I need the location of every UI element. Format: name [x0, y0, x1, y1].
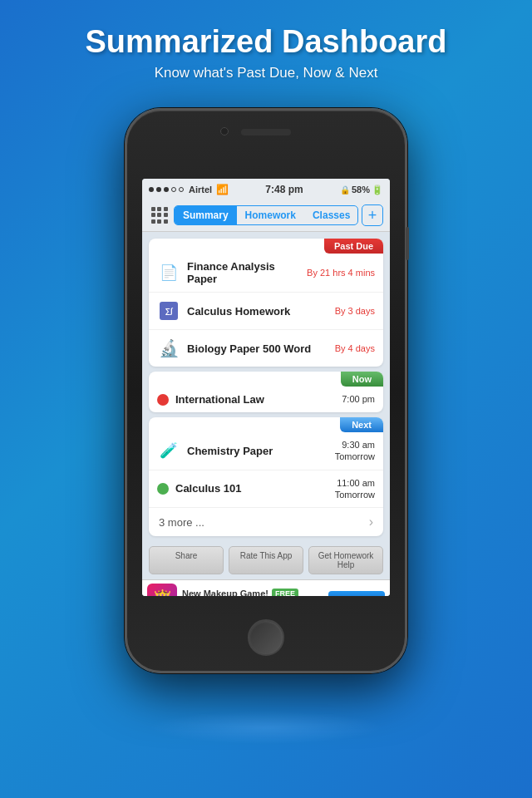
- item-finance-label: Finance Analysis Paper: [187, 260, 300, 285]
- carrier-name: Airtel: [189, 185, 212, 195]
- phone-device: Airtel 📶 7:48 pm 🔒 58% 🔋 Summa: [125, 108, 407, 673]
- add-button[interactable]: +: [362, 204, 383, 226]
- item-calculus-hw[interactable]: ∑∫ Calculus Homework By 3 days: [149, 293, 383, 330]
- item-intl-law[interactable]: International Law 7:00 pm: [149, 387, 383, 412]
- more-label: 3 more ...: [159, 516, 204, 529]
- past-due-section: Past Due 📄 Finance Analysis Paper By 21 …: [149, 239, 383, 367]
- phone-screen: Airtel 📶 7:48 pm 🔒 58% 🔋 Summa: [142, 179, 390, 596]
- item-calculus-101-time: 11:00 am Tomorrow: [335, 477, 375, 501]
- calc-icon: ∑∫: [157, 299, 180, 323]
- ad-title: New Makeup Game!: [182, 589, 268, 596]
- signal-dot-5: [179, 187, 184, 192]
- item-intl-law-label: International Law: [175, 393, 335, 406]
- item-chemistry-time: 9:30 am Tomorrow: [335, 439, 375, 463]
- item-finance[interactable]: 📄 Finance Analysis Paper By 21 hrs 4 min…: [149, 254, 383, 293]
- nav-bar: Summary Homework Classes +: [142, 200, 390, 232]
- next-header: Next: [149, 417, 383, 432]
- phone-camera: [220, 127, 229, 135]
- item-calculus-hw-time: By 3 days: [335, 305, 375, 317]
- signal-dot-4: [171, 187, 176, 192]
- sub-title: Know what's Past Due, Now & Next: [17, 65, 515, 81]
- item-chemistry-label: Chemistry Paper: [187, 445, 328, 457]
- phone-side-button: [406, 227, 409, 260]
- homework-help-button[interactable]: Get Homework Help: [308, 546, 383, 574]
- status-carrier: Airtel 📶: [149, 184, 229, 195]
- item-biology[interactable]: 🔬 Biology Paper 500 Word By 4 days: [149, 330, 383, 367]
- signal-dot-3: [164, 187, 169, 192]
- content-area: Past Due 📄 Finance Analysis Paper By 21 …: [142, 232, 390, 596]
- status-time: 7:48 pm: [265, 184, 303, 195]
- battery-area: 🔒 58% 🔋: [340, 185, 383, 195]
- rate-app-button[interactable]: Rate This App: [229, 546, 303, 574]
- signal-dot-2: [156, 187, 161, 192]
- share-button[interactable]: Share: [149, 546, 224, 574]
- next-section: Next 🧪 Chemistry Paper 9:30 am Tomorrow …: [149, 417, 383, 536]
- bottom-buttons: Share Rate This App Get Homework Help: [142, 541, 390, 579]
- green-dot-icon: [157, 483, 169, 495]
- phone-speaker: [241, 129, 291, 135]
- past-due-badge: Past Due: [324, 239, 383, 254]
- item-finance-time: By 21 hrs 4 mins: [307, 267, 375, 278]
- item-calculus-hw-label: Calculus Homework: [187, 305, 328, 318]
- battery-percent: 58%: [352, 185, 370, 195]
- tab-group: Summary Homework Classes: [174, 205, 358, 225]
- phone-home-button[interactable]: [248, 619, 284, 656]
- past-due-header: Past Due: [149, 239, 383, 254]
- now-header: Now: [149, 372, 383, 387]
- bio-icon: 🔬: [157, 337, 180, 360]
- lock-icon: 🔒: [340, 185, 350, 195]
- item-chemistry[interactable]: 🧪 Chemistry Paper 9:30 am Tomorrow: [149, 432, 383, 470]
- item-intl-law-time: 7:00 pm: [342, 393, 375, 405]
- battery-icon: 🔋: [372, 185, 383, 195]
- paper-icon: 📄: [157, 261, 180, 284]
- signal-dot-1: [149, 187, 154, 192]
- tab-summary[interactable]: Summary: [175, 206, 237, 224]
- item-biology-label: Biology Paper 500 Word: [187, 342, 328, 355]
- item-calculus-101[interactable]: Calculus 101 11:00 am Tomorrow: [149, 470, 383, 509]
- download-button[interactable]: DOWNLOAD: [328, 591, 385, 596]
- apps-icon[interactable]: [149, 204, 170, 226]
- wifi-icon: 📶: [216, 184, 229, 195]
- free-badge: FREE: [272, 589, 298, 596]
- main-title: Summarized Dashboard: [17, 25, 515, 60]
- item-biology-time: By 4 days: [335, 342, 375, 354]
- next-badge: Next: [340, 417, 383, 432]
- status-bar: Airtel 📶 7:48 pm 🔒 58% 🔋: [142, 179, 390, 200]
- red-dot-icon: [157, 394, 169, 406]
- chevron-right-icon: ›: [369, 515, 373, 530]
- ad-text: New Makeup Game! FREE GET IT FREE TODAY!: [182, 589, 323, 596]
- ad-banner[interactable]: 👸 New Makeup Game! FREE GET IT FREE TODA…: [142, 579, 390, 596]
- tab-homework[interactable]: Homework: [237, 206, 304, 224]
- now-badge: Now: [341, 372, 383, 387]
- phone-reflection: [150, 711, 382, 744]
- more-row[interactable]: 3 more ... ›: [149, 508, 383, 536]
- tab-classes[interactable]: Classes: [304, 206, 358, 224]
- ad-thumbnail: 👸: [147, 584, 177, 596]
- chem-icon: 🧪: [157, 439, 180, 462]
- now-section: Now International Law 7:00 pm: [149, 372, 383, 412]
- item-calculus-101-label: Calculus 101: [175, 482, 328, 495]
- header: Summarized Dashboard Know what's Past Du…: [0, 0, 532, 94]
